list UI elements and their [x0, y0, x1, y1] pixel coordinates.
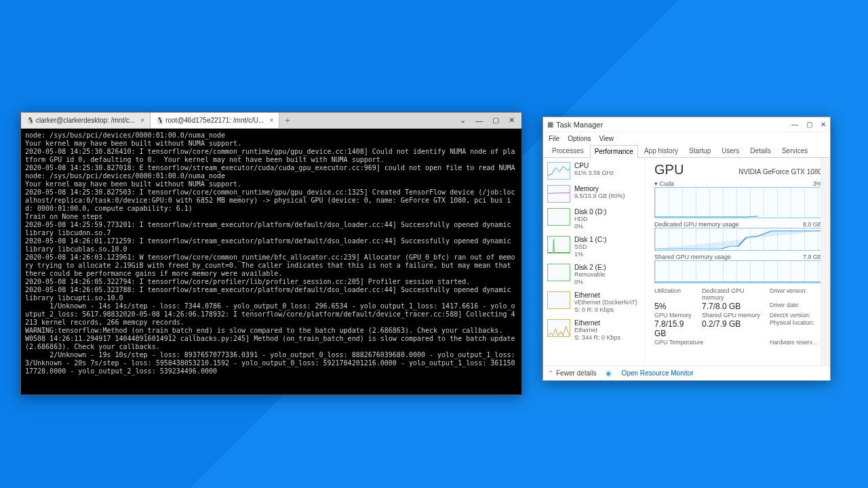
- tab-app-history[interactable]: App history: [639, 144, 683, 157]
- cuda-chart[interactable]: [654, 187, 822, 218]
- resource-label: Ethernet: [574, 291, 637, 299]
- window-controls: — ▢ ✕: [791, 121, 826, 128]
- resource-sub: 9.5/15.9 GB (60%): [574, 192, 625, 200]
- dedicated-mem-label: Dedicated GPU memory usage: [654, 221, 739, 228]
- resource-cpu[interactable]: CPU 61% 3.59 GHz: [546, 159, 640, 182]
- shrmem-value: 0.2/7.9 GB: [702, 319, 763, 338]
- task-manager-footer: ⌃ Fewer details ◉ Open Resource Monitor: [543, 365, 830, 380]
- resource-disk-2[interactable]: Disk 2 (E:) Removable 0%: [546, 261, 640, 289]
- close-icon[interactable]: ×: [140, 117, 144, 124]
- ethernet-sparkline: [547, 319, 570, 337]
- performance-body: CPU 61% 3.59 GHz Memory 9.5/15.9 GB (60%…: [543, 158, 830, 365]
- menu-bar: File Options View: [543, 132, 830, 144]
- tab-performance[interactable]: Performance: [590, 145, 638, 158]
- new-tab-button[interactable]: ＋: [279, 113, 296, 128]
- cpu-sparkline: [547, 162, 570, 180]
- resource-label: Memory: [574, 185, 625, 192]
- close-icon[interactable]: ×: [269, 117, 273, 124]
- resource-memory[interactable]: Memory 9.5/15.9 GB (60%): [546, 182, 640, 205]
- menu-file[interactable]: File: [549, 135, 559, 142]
- resource-list[interactable]: CPU 61% 3.59 GHz Memory 9.5/15.9 GB (60%…: [543, 158, 645, 365]
- tux-icon: 🐧: [26, 117, 33, 124]
- menu-view[interactable]: View: [599, 135, 614, 142]
- gpumem-label: GPU Memory: [654, 312, 695, 319]
- resource-label: Ethernet: [574, 319, 620, 327]
- tab-strip: Processes Performance App history Startu…: [543, 144, 830, 158]
- resource-label: Disk 2 (E:): [574, 264, 606, 271]
- memory-sparkline: [547, 185, 570, 203]
- terminal-tab-bar: 🐧 clarker@clarkerdesktop: /mnt/c... × 🐧 …: [21, 113, 521, 129]
- shrmem-label: Shared GPU memory: [702, 312, 763, 319]
- shared-mem-chart[interactable]: [654, 260, 822, 283]
- title-bar[interactable]: ▦ Task Manager — ▢ ✕: [543, 117, 830, 132]
- tab-details[interactable]: Details: [745, 144, 776, 157]
- resource-disk-0[interactable]: Disk 0 (D:) HDD 0%: [546, 205, 640, 233]
- maximize-icon[interactable]: ▢: [492, 116, 499, 125]
- dedmem-label: Dedicated GPU memory: [702, 287, 763, 301]
- dedicated-mem-chart[interactable]: [654, 228, 822, 251]
- terminal-tab-2[interactable]: 🐧 root@46d175e22171: /mnt/c/U... ×: [151, 113, 279, 128]
- dedmem-value: 7.7/8.0 GB: [702, 302, 763, 311]
- cuda-label: ▾ Cuda: [654, 180, 674, 187]
- gpu-detail: GPU NVIDIA GeForce GTX 1080 ▾ Cuda 3% De…: [645, 158, 830, 365]
- tab-users[interactable]: Users: [717, 144, 744, 157]
- resource-monitor-icon: ◉: [606, 369, 612, 377]
- resource-sub: SSD: [574, 243, 606, 251]
- disk-sparkline: [547, 264, 570, 281]
- gpu-heading: GPU: [654, 162, 684, 178]
- resource-ethernet-docker[interactable]: Ethernet vEthernet (DockerNAT) S: 0 R: 0…: [546, 289, 640, 317]
- resource-label: Disk 0 (D:): [574, 208, 606, 216]
- task-manager-icon: ▦: [547, 121, 553, 128]
- tab-startup[interactable]: Startup: [684, 144, 715, 157]
- resource-sub: 61% 3.59 GHz: [574, 169, 614, 177]
- resource-sub: HDD: [574, 216, 606, 223]
- tab-processes[interactable]: Processes: [547, 144, 589, 157]
- minimize-icon[interactable]: —: [475, 117, 483, 125]
- close-icon[interactable]: ✕: [509, 116, 515, 125]
- gpumem-value: 7.8/15.9 GB: [654, 319, 695, 338]
- ethernet-sparkline: [547, 291, 570, 309]
- terminal-window-controls: ⌄ — ▢ ✕: [453, 113, 521, 128]
- resource-label: CPU: [574, 162, 614, 169]
- maximize-icon[interactable]: ▢: [806, 121, 812, 128]
- directx-label: DirectX version:: [770, 312, 824, 319]
- util-label: Utilization: [654, 287, 695, 301]
- resource-label: Disk 1 (C:): [574, 236, 606, 243]
- fewer-details-button[interactable]: ⌃ Fewer details: [549, 369, 596, 377]
- shared-mem-label: Shared GPU memory usage: [654, 253, 731, 260]
- resource-sub2: 0%: [574, 223, 606, 230]
- open-resource-monitor-link[interactable]: Open Resource Monitor: [621, 369, 693, 377]
- hw-reserve-label: Hardware reserv...: [770, 339, 824, 346]
- tab-services[interactable]: Services: [777, 144, 812, 157]
- shared-mem-max: 7.9 GB: [803, 253, 822, 260]
- driver-date-label: Driver date:: [770, 302, 824, 311]
- close-icon[interactable]: ✕: [821, 121, 826, 128]
- scrollbar[interactable]: [821, 158, 830, 365]
- resource-sub2: S: 0 R: 0 Kbps: [574, 306, 637, 314]
- dropdown-icon[interactable]: ⌄: [460, 116, 466, 125]
- terminal-window: 🐧 clarker@clarkerdesktop: /mnt/c... × 🐧 …: [20, 112, 522, 395]
- resource-sub2: S: 344 R: 0 Kbps: [574, 334, 620, 342]
- resource-sub2: 1%: [574, 251, 606, 258]
- task-manager-window: ▦ Task Manager — ▢ ✕ File Options View P…: [542, 117, 831, 381]
- terminal-tab-1[interactable]: 🐧 clarker@clarkerdesktop: /mnt/c... ×: [21, 113, 151, 128]
- window-title: Task Manager: [556, 121, 791, 129]
- resource-sub2: 0%: [574, 279, 606, 286]
- resource-ethernet[interactable]: Ethernet Ethernet S: 344 R: 0 Kbps: [546, 317, 640, 344]
- dedicated-mem-max: 8.0 GB: [803, 221, 822, 228]
- tux-icon: 🐧: [156, 117, 163, 124]
- resource-sub: vEthernet (DockerNAT): [574, 299, 637, 306]
- minimize-icon[interactable]: —: [791, 121, 798, 128]
- resource-sub: Removable: [574, 271, 606, 279]
- resource-disk-1[interactable]: Disk 1 (C:) SSD 1%: [546, 233, 640, 261]
- gpu-stats: Utilization Dedicated GPU memory Driver …: [654, 287, 822, 346]
- disk-sparkline: [547, 236, 570, 253]
- driver-version-label: Driver version:: [770, 287, 824, 301]
- util-value: 5%: [654, 302, 695, 311]
- terminal-output[interactable]: node: /sys/bus/pci/devices/0000:01:00.0/…: [21, 129, 521, 394]
- menu-options[interactable]: Options: [568, 135, 591, 142]
- terminal-tab-1-label: clarker@clarkerdesktop: /mnt/c...: [36, 117, 135, 124]
- terminal-tab-2-label: root@46d175e22171: /mnt/c/U...: [165, 117, 264, 124]
- resource-sub: Ethernet: [574, 327, 620, 334]
- gpu-model: NVIDIA GeForce GTX 1080: [738, 168, 822, 176]
